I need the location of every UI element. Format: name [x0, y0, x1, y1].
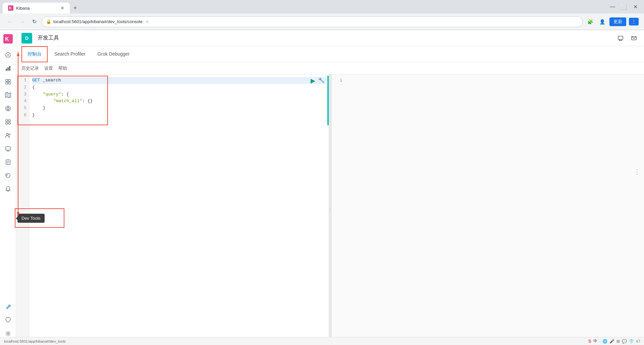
back-btn[interactable]: ←: [5, 17, 15, 26]
tab-bar: 控制台 Search Profiler Grok Debugger: [16, 46, 644, 62]
line-num-6: 6: [17, 112, 26, 119]
devtools-tooltip: Dev Tools: [17, 214, 45, 223]
app-container: K: [0, 30, 644, 345]
output-text-area: [345, 74, 644, 87]
sidebar-item-visualize[interactable]: [2, 62, 14, 74]
address-bar[interactable]: 🔒 localhost:5601/app/kibana#/dev_tools/c…: [42, 16, 583, 27]
monitor-icon: [5, 146, 11, 152]
settings-link[interactable]: 设置: [44, 65, 53, 71]
sougou-icon: S: [588, 339, 591, 344]
editor-action-icons: ▶ 🔧: [311, 77, 325, 84]
code-content[interactable]: GET _search { "query": { "match_all": {}: [30, 74, 329, 345]
output-pane: 1 ⋮: [332, 74, 644, 345]
svg-rect-7: [7, 67, 9, 71]
tab-console[interactable]: 控制台: [21, 46, 48, 62]
tab-grok-debugger[interactable]: Grok Debugger: [92, 46, 135, 62]
kibana-logo-icon: K: [3, 34, 13, 44]
history-link[interactable]: 历史记录: [21, 65, 39, 71]
bookmark-star-icon[interactable]: ☆: [145, 19, 149, 24]
svg-point-23: [8, 122, 10, 124]
minimize-btn[interactable]: —: [608, 2, 617, 11]
browser-chrome: K Kibana ✕ + — ⬜ ✕ ← → ↻ 🔒 localhost:560…: [0, 0, 644, 30]
users-icon: [5, 132, 11, 138]
resize-handle[interactable]: ⋮: [329, 74, 332, 345]
tooltip-arrow: [16, 217, 18, 220]
status-bar: localhost:5601/app/kibana#/dev_tools S 中…: [0, 337, 644, 345]
code-line-6: }: [32, 112, 326, 119]
code-editor: 1 2 3 4 5 6 GET _search {: [16, 74, 329, 345]
sidebar-item-ml[interactable]: [2, 102, 14, 115]
svg-rect-8: [9, 66, 10, 71]
bar-chart-icon: [5, 65, 11, 71]
run-icon[interactable]: ▶: [311, 77, 315, 84]
left-nav: K: [0, 30, 16, 345]
network-icon: 🌐: [602, 339, 607, 344]
maximize-btn[interactable]: ⬜: [619, 2, 629, 11]
browser-tabs: K Kibana ✕ + — ⬜ ✕: [0, 0, 644, 13]
tab-search-profiler[interactable]: Search Profiler: [49, 46, 91, 62]
mail-icon[interactable]: [629, 33, 639, 43]
extensions-icon[interactable]: 🧩: [585, 17, 595, 26]
sidebar-item-alerts[interactable]: [2, 183, 14, 195]
map-icon: [5, 92, 11, 98]
reload-btn[interactable]: ↻: [30, 17, 39, 26]
sidebar-item-dev-tools[interactable]: [2, 301, 14, 313]
kibana-logo[interactable]: K: [2, 33, 14, 45]
display-settings-icon: [618, 35, 624, 41]
close-browser-btn[interactable]: ✕: [631, 2, 640, 11]
bell-icon: [5, 186, 11, 192]
canvas-icon: [5, 119, 11, 125]
dot-icon: ·: [599, 339, 600, 344]
help-link[interactable]: 帮助: [58, 65, 67, 71]
svg-point-21: [8, 120, 10, 122]
editor-area: 1 2 3 4 5 6 GET _search {: [16, 74, 644, 345]
code-match-all: "match_all": {}: [43, 98, 93, 105]
taskbar-icons: S 中 · 🌐 🎤 ⊞ 💬 👕 🏷: [588, 338, 640, 344]
status-bar-text: localhost:5601/app/kibana#/dev_tools: [4, 339, 66, 343]
new-tab-button[interactable]: +: [70, 3, 80, 13]
update-button[interactable]: 更新: [609, 17, 626, 26]
forward-btn[interactable]: →: [17, 17, 27, 26]
sidebar-item-monitor[interactable]: [2, 143, 14, 155]
svg-point-5: [7, 54, 9, 56]
code-close-brace-outer: }: [32, 112, 35, 119]
svg-marker-13: [5, 92, 11, 98]
shirt-icon: 👕: [629, 339, 634, 344]
svg-rect-26: [6, 147, 10, 150]
sidebar-item-canvas[interactable]: [2, 116, 14, 128]
chat-icon: 💬: [622, 339, 627, 344]
more-options-icon[interactable]: ⋮: [634, 168, 640, 176]
tab-close-button[interactable]: ✕: [60, 5, 64, 11]
sidebar-item-health[interactable]: [2, 314, 14, 326]
code-get-keyword: GET: [32, 77, 40, 84]
editor-pane[interactable]: 1 2 3 4 5 6 GET _search {: [16, 74, 329, 345]
sidebar-item-users[interactable]: [2, 129, 14, 141]
line-num-5: 5: [17, 105, 26, 112]
sidebar-item-discover[interactable]: [2, 49, 14, 61]
svg-rect-10: [8, 79, 10, 81]
update-more-button[interactable]: ⋮: [629, 18, 639, 25]
kibana-tab-icon: K: [8, 5, 13, 11]
svg-point-25: [9, 134, 10, 135]
code-line-4: "match_all": {}: [32, 98, 326, 105]
sidebar-item-logs[interactable]: [2, 156, 14, 168]
profile-icon[interactable]: 👤: [597, 17, 607, 26]
price-icon: 🏷: [636, 339, 640, 344]
code-line-5: }: [32, 105, 326, 112]
wrench-icon: [5, 304, 11, 310]
line-num-2: 2: [17, 84, 26, 91]
sidebar-item-maps[interactable]: [2, 89, 14, 101]
sidebar-item-refresh[interactable]: [2, 169, 14, 182]
browser-tab-kibana[interactable]: K Kibana ✕: [3, 3, 70, 13]
green-indicator-bar: [327, 76, 329, 125]
line-numbers: 1 2 3 4 5 6: [16, 74, 30, 345]
sidebar-item-dashboard[interactable]: [2, 76, 14, 88]
address-text: localhost:5601/app/kibana#/dev_tools/con…: [53, 19, 143, 24]
display-icon[interactable]: [616, 33, 625, 43]
grid-icon: ⊞: [616, 339, 620, 344]
output-line-num-1: 1: [333, 77, 342, 84]
dashboard-icon: [5, 79, 11, 85]
wrench-action-icon[interactable]: 🔧: [318, 77, 325, 84]
tab-title: Kibana: [16, 6, 30, 11]
devtools-tooltip-container: Dev Tools: [17, 214, 45, 223]
